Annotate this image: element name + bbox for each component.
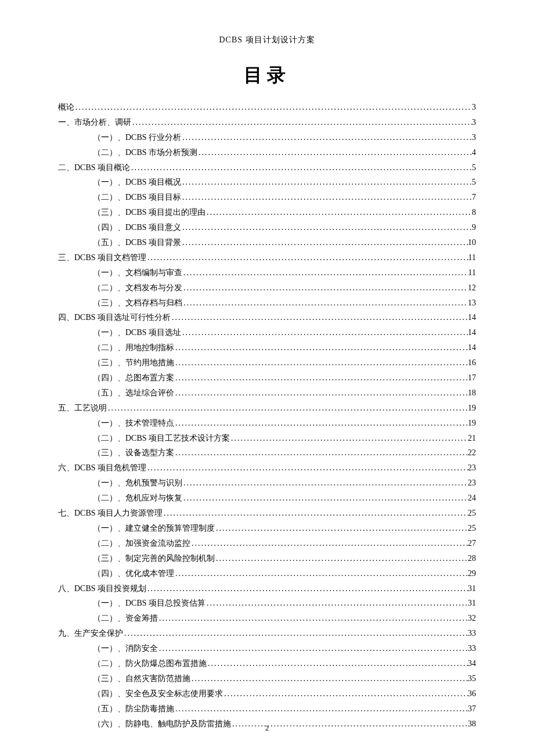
toc-entry[interactable]: （三）、DCBS 项目提出的理由8 [58,205,476,220]
toc-leader-dots [181,220,472,235]
toc-entry-label: 一、市场分析、调研 [58,115,131,130]
toc-leader-dots [182,280,468,296]
toc-entry-label: （五）、防尘防毒措施 [93,701,174,717]
toc-leader-dots [182,491,468,506]
toc-entry[interactable]: 九、生产安全保护33 [58,626,476,641]
toc-entry[interactable]: （二）、资金筹措32 [58,611,476,626]
toc-entry-page: 33 [468,641,476,656]
toc-leader-dots [130,160,472,175]
toc-entry-label: （二）、DCBS 市场分析预测 [93,145,197,160]
toc-entry[interactable]: （一）、DCBS 项目总投资估算31 [58,596,476,611]
toc-entry[interactable]: （三）、文档存档与归档13 [58,296,476,311]
toc-leader-dots [158,611,468,626]
toc-entry[interactable]: 七、DCBS 项目人力资源管理25 [58,506,476,521]
toc-leader-dots [174,701,468,717]
toc-entry-page: 4 [472,145,476,160]
toc-entry-label: 二、DCBS 项目概论 [58,160,130,175]
toc-entry-label: （一）、DCBS 项目概况 [93,175,181,190]
toc-entry[interactable]: （五）、选址综合评价18 [58,386,476,401]
toc-leader-dots [205,205,472,220]
toc-entry-page: 17 [468,370,476,386]
toc-entry-label: （二）、用地控制指标 [93,340,174,355]
toc-entry[interactable]: （二）、DCBS 项目工艺技术设计方案21 [58,431,476,446]
toc-entry[interactable]: （四）、DCBS 项目意义9 [58,220,476,235]
toc-leader-dots [223,686,468,701]
toc-entry[interactable]: （二）、加强资金流动监控27 [58,536,476,551]
toc-leader-dots [182,296,468,311]
toc-leader-dots [182,476,468,491]
toc-entry-page: 16 [468,355,476,370]
toc-entry[interactable]: 一、市场分析、调研3 [58,115,476,130]
toc-entry-page: 3 [472,130,476,145]
toc-leader-dots [174,416,468,431]
toc-entry-page: 14 [468,325,476,340]
toc-entry[interactable]: （四）、安全色及安全标志使用要求36 [58,686,476,701]
toc-entry[interactable]: （二）、用地控制指标14 [58,340,476,355]
page-number: 2 [0,723,534,733]
toc-entry-page: 34 [468,656,476,671]
toc-entry-label: （二）、资金筹措 [93,611,158,626]
toc-entry-page: 24 [468,491,476,506]
toc-entry[interactable]: （四）、优化成本管理29 [58,566,476,581]
toc-entry-page: 3 [472,115,476,130]
toc-entry-page: 31 [468,596,476,611]
toc-leader-dots [158,641,468,656]
toc-entry-page: 22 [468,445,476,460]
toc-entry[interactable]: 六、DCBS 项目危机管理23 [58,460,476,476]
toc-entry-label: 六、DCBS 项目危机管理 [58,460,146,476]
toc-leader-dots [181,325,468,340]
toc-leader-dots [181,130,472,145]
toc-leader-dots [174,370,468,386]
toc-entry[interactable]: （二）、DCBS 市场分析预测4 [58,145,476,160]
toc-entry-label: 九、生产安全保护 [58,626,123,641]
toc-entry[interactable]: （五）、防尘防毒措施37 [58,701,476,717]
toc-entry[interactable]: （二）、危机应对与恢复24 [58,491,476,506]
toc-entry[interactable]: 四、DCBS 项目选址可行性分析14 [58,310,476,325]
toc-entry-page: 11 [468,250,476,265]
toc-entry[interactable]: （三）、节约用地措施16 [58,355,476,370]
toc-leader-dots [197,145,472,160]
toc-title: 目录 [58,63,476,88]
toc-entry[interactable]: （一）、文档编制与审查11 [58,265,476,280]
toc-entry[interactable]: （一）、DCBS 项目选址14 [58,325,476,340]
toc-entry[interactable]: （二）、文档发布与分发12 [58,280,476,296]
toc-leader-dots [190,671,468,686]
toc-entry[interactable]: （一）、DCBS 行业分析3 [58,130,476,145]
toc-entry-label: 七、DCBS 项目人力资源管理 [58,506,163,521]
toc-entry-label: （五）、DCBS 项目背景 [93,235,181,250]
toc-entry-page: 19 [468,416,476,431]
toc-entry[interactable]: （一）、危机预警与识别23 [58,476,476,491]
toc-entry[interactable]: （一）、消防安全33 [58,641,476,656]
toc-entry-label: （三）、DCBS 项目提出的理由 [93,205,205,220]
toc-entry-label: （三）、节约用地措施 [93,355,174,370]
toc-entry[interactable]: （三）、制定完善的风险控制机制28 [58,551,476,566]
toc-entry-page: 10 [468,235,476,250]
toc-entry-label: 四、DCBS 项目选址可行性分析 [58,310,171,325]
toc-entry-label: （四）、安全色及安全标志使用要求 [93,686,223,701]
toc-entry-label: （二）、文档发布与分发 [93,280,182,296]
toc-entry[interactable]: 八、DCBS 项目投资规划31 [58,581,476,596]
toc-entry-page: 14 [468,340,476,355]
toc-entry[interactable]: （一）、DCBS 项目概况5 [58,175,476,190]
toc-entry[interactable]: 概论3 [58,100,476,115]
toc-entry-label: （一）、DCBS 项目总投资估算 [93,596,205,611]
toc-entry-label: （一）、技术管理特点 [93,416,174,431]
toc-entry[interactable]: （一）、技术管理特点19 [58,416,476,431]
toc-entry-page: 12 [468,280,476,296]
toc-entry[interactable]: （三）、自然灾害防范措施35 [58,671,476,686]
toc-entry[interactable]: （四）、总图布置方案17 [58,370,476,386]
toc-leader-dots [215,521,468,536]
document-header: DCBS 项目计划设计方案 [58,35,476,45]
toc-entry[interactable]: 三、DCBS 项目文档管理11 [58,250,476,265]
toc-entry[interactable]: （二）、防火防爆总图布置措施34 [58,656,476,671]
toc-entry-page: 37 [468,701,476,717]
toc-entry-label: （一）、危机预警与识别 [93,476,182,491]
toc-entry[interactable]: 五、工艺说明19 [58,401,476,416]
toc-leader-dots [181,175,472,190]
toc-entry[interactable]: （二）、DCBS 项目目标7 [58,190,476,205]
toc-entry-label: （一）、DCBS 项目选址 [93,325,181,340]
toc-entry[interactable]: （五）、DCBS 项目背景10 [58,235,476,250]
toc-entry[interactable]: （三）、设备选型方案22 [58,445,476,460]
toc-entry[interactable]: （一）、建立健全的预算管理制度25 [58,521,476,536]
toc-entry[interactable]: 二、DCBS 项目概论5 [58,160,476,175]
